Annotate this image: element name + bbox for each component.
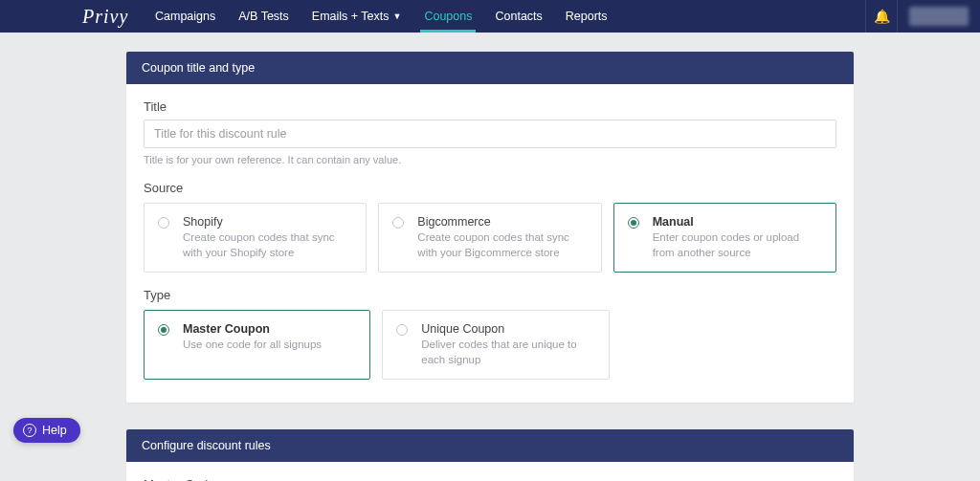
option-title: Bigcommerce (417, 215, 587, 229)
nav-reports[interactable]: Reports (554, 0, 619, 33)
option-desc: Create coupon codes that sync with your … (417, 230, 587, 260)
title-label: Title (144, 99, 836, 114)
source-option-manual[interactable]: Manual Enter coupon codes or upload from… (613, 203, 836, 273)
option-desc: Use one code for all signups (183, 338, 356, 353)
radio-icon (158, 217, 169, 229)
notifications-button[interactable]: 🔔 (865, 0, 898, 33)
option-title: Manual (653, 215, 822, 229)
bell-icon: 🔔 (874, 9, 890, 24)
option-desc: Deliver codes that are unique to each si… (421, 338, 594, 367)
panel-header: Coupon title and type (126, 52, 854, 84)
source-option-bigcommerce[interactable]: Bigcommerce Create coupon codes that syn… (378, 203, 601, 273)
help-button[interactable]: ? Help (13, 418, 80, 443)
radio-icon (158, 324, 169, 336)
source-options: Shopify Create coupon codes that sync wi… (144, 203, 836, 273)
coupon-title-type-panel: Coupon title and type Title Title is for… (126, 52, 854, 403)
master-code-label: Master Code (144, 477, 836, 481)
radio-icon (396, 324, 408, 336)
main-nav: Campaigns A/B Tests Emails + Texts ▼ Cou… (144, 0, 619, 33)
help-icon: ? (23, 424, 36, 437)
option-desc: Create coupon codes that sync with your … (183, 230, 352, 260)
panel-header: Configure discount rules (126, 429, 854, 462)
radio-icon (392, 217, 404, 229)
title-help-text: Title is for your own reference. It can … (144, 154, 836, 165)
panel-body: Master Code (126, 462, 854, 481)
nav-campaigns[interactable]: Campaigns (144, 0, 227, 33)
option-title: Shopify (183, 215, 352, 229)
account-menu[interactable] (898, 0, 980, 33)
option-desc: Enter coupon codes or upload from anothe… (653, 230, 822, 260)
source-option-shopify[interactable]: Shopify Create coupon codes that sync wi… (144, 203, 367, 273)
title-input[interactable] (144, 120, 836, 148)
nav-ab-tests[interactable]: A/B Tests (227, 0, 301, 33)
nav-coupons[interactable]: Coupons (412, 0, 483, 33)
nav-contacts[interactable]: Contacts (483, 0, 553, 33)
configure-discount-rules-panel: Configure discount rules Master Code (126, 429, 854, 481)
top-navbar: Privy Campaigns A/B Tests Emails + Texts… (0, 0, 980, 33)
type-option-master[interactable]: Master Coupon Use one code for all signu… (144, 310, 370, 380)
type-options: Master Coupon Use one code for all signu… (144, 310, 610, 380)
nav-emails-texts-label: Emails + Texts (312, 10, 390, 23)
panel-body: Title Title is for your own reference. I… (126, 84, 854, 403)
help-label: Help (42, 424, 67, 437)
account-name-redacted (909, 7, 969, 26)
source-label: Source (144, 181, 836, 195)
topbar-right: 🔔 (865, 0, 980, 33)
nav-emails-texts[interactable]: Emails + Texts ▼ (301, 0, 413, 33)
option-title: Unique Coupon (421, 322, 594, 336)
option-title: Master Coupon (183, 322, 356, 336)
type-option-unique[interactable]: Unique Coupon Deliver codes that are uni… (382, 310, 609, 380)
page-content: Coupon title and type Title Title is for… (126, 52, 854, 481)
brand-logo[interactable]: Privy (0, 0, 144, 33)
chevron-down-icon: ▼ (393, 11, 402, 21)
type-label: Type (144, 288, 836, 302)
radio-icon (628, 217, 639, 229)
